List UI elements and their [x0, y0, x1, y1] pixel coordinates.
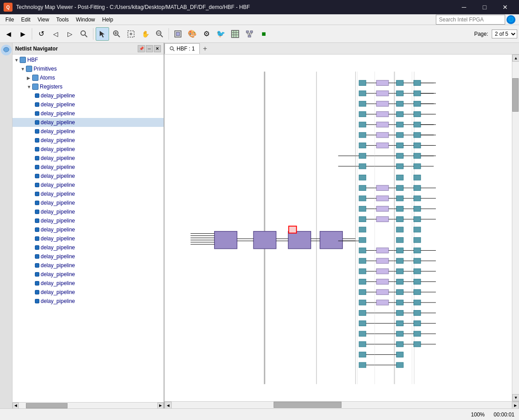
tree-item-hbf[interactable]: ▼ HBF — [13, 55, 164, 64]
list-item[interactable]: delay_pipeline — [13, 172, 164, 181]
list-item[interactable]: delay_pipeline — [13, 279, 164, 288]
canvas-area: HBF : 1 + — [165, 43, 519, 408]
tab-hbf1[interactable]: HBF : 1 — [165, 43, 200, 54]
page-selector[interactable]: 1 of 5 2 of 5 3 of 5 4 of 5 5 of 5 — [492, 29, 517, 38]
list-item[interactable]: delay_pipeline — [13, 207, 164, 216]
list-item[interactable]: delay_pipeline — [13, 154, 164, 163]
svg-rect-23 — [250, 31, 253, 33]
search-input[interactable] — [436, 15, 505, 25]
pan-button[interactable]: ✋ — [139, 27, 152, 41]
list-item[interactable]: delay_pipeline — [13, 243, 164, 252]
titlebar: Q Technology Map Viewer - Post-Fitting -… — [0, 0, 519, 14]
netlist-hscrollbar[interactable]: ◀ ▶ — [13, 402, 164, 408]
tree-icon-dp4 — [35, 120, 39, 125]
rubber-band-button[interactable] — [124, 27, 138, 41]
menu-edit[interactable]: Edit — [17, 16, 34, 24]
refresh-button[interactable]: ↺ — [34, 27, 48, 41]
hscroll-left-button[interactable]: ◀ — [165, 402, 172, 408]
svg-rect-108 — [414, 206, 421, 211]
vertical-scrollbar[interactable]: ▲ ▼ — [512, 55, 519, 401]
svg-rect-125 — [397, 258, 404, 264]
next-page-button[interactable]: ▷ — [63, 27, 76, 41]
close-button[interactable]: ✕ — [495, 0, 515, 14]
green-button[interactable]: ■ — [257, 27, 270, 41]
list-item[interactable]: delay_pipeline — [13, 145, 164, 154]
schematic-canvas[interactable] — [165, 55, 512, 401]
svg-rect-117 — [397, 237, 404, 243]
vscroll-track[interactable] — [512, 62, 519, 394]
tree-icon-dp5 — [35, 129, 39, 134]
panel-minimize-button[interactable]: ─ — [146, 45, 153, 52]
vscroll-up-button[interactable]: ▲ — [512, 55, 519, 62]
list-item[interactable]: delay_pipeline — [13, 261, 164, 270]
hscroll-thumb[interactable] — [26, 403, 68, 408]
list-item[interactable]: delay_pipeline — [13, 270, 164, 279]
tree-item-primitives[interactable]: ▼ Primitives — [13, 64, 164, 73]
dp-label-11: delay_pipeline — [41, 182, 75, 188]
list-item[interactable]: delay_pipeline — [13, 216, 164, 225]
panel-close-button[interactable]: ✕ — [154, 45, 161, 52]
tree-item-atoms[interactable]: ▶ Atoms — [13, 73, 164, 82]
dp-label-4: delay_pipeline — [41, 119, 75, 126]
list-item[interactable]: delay_pipeline — [13, 163, 164, 172]
list-item[interactable]: delay_pipeline — [13, 252, 164, 261]
fit-window-button[interactable] — [171, 27, 185, 41]
svg-rect-106 — [376, 206, 388, 211]
svg-line-13 — [160, 35, 163, 37]
horizontal-scrollbar[interactable]: ◀ ▶ — [165, 401, 519, 408]
settings-button[interactable]: ⚙ — [200, 27, 213, 41]
list-item[interactable]: delay_pipeline — [13, 127, 164, 136]
vscroll-thumb[interactable] — [512, 78, 519, 111]
menu-file[interactable]: File — [2, 16, 17, 24]
list-item[interactable]: delay_pipeline — [13, 198, 164, 207]
hscroll-thumb[interactable] — [274, 402, 342, 408]
sidebar-chat-icon[interactable] — [1, 45, 12, 55]
prev-page-button[interactable]: ◁ — [49, 27, 62, 41]
list-item[interactable]: delay_pipeline — [13, 189, 164, 198]
hierarchy-button[interactable] — [243, 27, 256, 41]
color-button[interactable]: 🎨 — [186, 27, 199, 41]
svg-rect-22 — [246, 31, 249, 33]
zoom-in-button[interactable] — [110, 27, 123, 41]
svg-rect-68 — [359, 101, 366, 106]
list-item[interactable]: delay_pipeline — [13, 100, 164, 109]
list-item[interactable]: delay_pipeline — [13, 288, 164, 297]
svg-rect-155 — [359, 352, 366, 357]
hscroll-track[interactable] — [172, 402, 512, 408]
minimize-button[interactable]: ─ — [454, 0, 474, 14]
list-item[interactable]: delay_pipeline — [13, 297, 164, 306]
list-item[interactable]: delay_pipeline — [13, 181, 164, 189]
hscroll-right-button[interactable]: ▶ — [512, 402, 519, 408]
menu-tools[interactable]: Tools — [53, 16, 72, 24]
svg-rect-92 — [397, 164, 404, 169]
list-item[interactable]: delay_pipeline — [13, 91, 164, 100]
hscroll-right-button[interactable]: ▶ — [157, 403, 164, 409]
menu-window[interactable]: Window — [72, 16, 99, 24]
bird-eye-button[interactable]: 🐦 — [214, 27, 228, 41]
tree-item-registers[interactable]: ▼ Registers — [13, 82, 164, 91]
netlist-tree[interactable]: ▼ HBF ▼ Primitives ▶ Atoms ▼ Registers — [13, 55, 164, 402]
toolbar-separator-2 — [93, 28, 93, 40]
svg-rect-144 — [397, 311, 404, 316]
zoom-out-button[interactable] — [153, 27, 166, 41]
globe-icon: 🌐 — [506, 15, 515, 24]
list-item[interactable]: delay_pipeline — [13, 136, 164, 145]
menu-help[interactable]: Help — [99, 16, 117, 24]
back-button[interactable]: ◀ — [2, 27, 15, 41]
menu-view[interactable]: View — [34, 16, 53, 24]
list-item[interactable]: delay_pipeline — [13, 234, 164, 243]
panel-pin-button[interactable]: 📌 — [138, 45, 145, 52]
net-nav-button[interactable] — [228, 27, 242, 41]
maximize-button[interactable]: □ — [474, 0, 495, 14]
list-item[interactable]: delay_pipeline — [13, 109, 164, 118]
tree-arrow-registers: ▼ — [27, 84, 32, 89]
select-button[interactable] — [96, 27, 109, 41]
svg-rect-94 — [359, 175, 366, 181]
list-item[interactable]: delay_pipeline — [13, 118, 164, 127]
hscroll-left-button[interactable]: ◀ — [13, 403, 19, 409]
tab-add-button[interactable]: + — [200, 43, 211, 54]
forward-button[interactable]: ▶ — [16, 27, 30, 41]
vscroll-down-button[interactable]: ▼ — [512, 394, 519, 401]
list-item[interactable]: delay_pipeline — [13, 225, 164, 234]
find-button[interactable] — [77, 27, 91, 41]
